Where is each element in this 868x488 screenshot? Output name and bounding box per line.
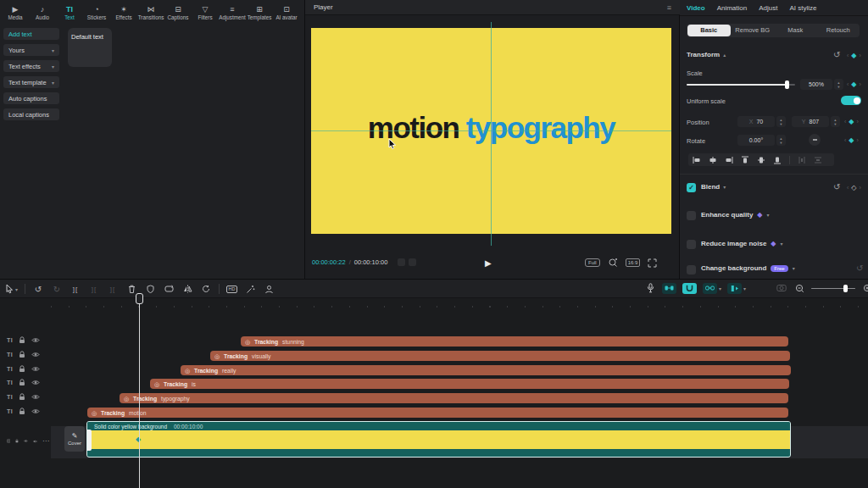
position-x-field[interactable]: X70 [737,116,775,127]
text-clip-motion[interactable]: ◎Trackingmotion [87,408,788,418]
enhance-quality-row[interactable]: Enhance quality◆▾ [701,211,770,219]
nav-transitions[interactable]: ⋈Transitions [137,5,164,20]
align-center-horizontal-icon[interactable] [709,156,717,164]
distribute-horizontal-icon[interactable] [798,156,806,164]
background-clip-selected[interactable]: Solid color yellow background 00:00:10:0… [86,421,791,458]
text-clip-visually[interactable]: ◎Trackingvisually [210,351,790,361]
nav-text[interactable]: TIText [56,5,83,20]
track-display-mode-button[interactable]: ▾ [727,283,746,294]
mute-clip-button[interactable] [144,283,156,295]
snap-toggle-button[interactable] [662,283,676,294]
screen-record-button[interactable] [776,282,787,294]
scale-value-field[interactable]: 500% [800,79,832,90]
mirror-button[interactable] [181,283,193,295]
reduce-noise-row[interactable]: Reduce image noise◆▾ [701,240,783,247]
linkage-toggle-button[interactable]: ▾ [703,283,721,294]
eye-icon[interactable] [31,394,40,400]
play-button[interactable]: ▶ [485,258,492,268]
tab-ai-stylize[interactable]: AI stylize [789,4,816,12]
enhance-quality-checkbox[interactable] [687,211,696,220]
uniform-scale-toggle[interactable] [841,96,861,105]
reduce-noise-checkbox[interactable] [687,240,696,249]
sidebar-item-add-text[interactable]: Add text [3,28,59,40]
mute-speaker-icon[interactable] [33,438,37,445]
record-voiceover-button[interactable] [644,282,656,294]
select-tool-button[interactable]: ▾ [5,284,18,294]
lock-icon[interactable] [19,379,25,386]
tab-video[interactable]: Video [687,4,705,12]
mode-remove-bg[interactable]: Remove BG [732,25,775,36]
scale-stepper[interactable]: ▴▾ [834,79,843,90]
mode-basic[interactable]: Basic [687,25,731,36]
position-y-field[interactable]: Y807 [792,116,829,127]
sidebar-item-auto-captions[interactable]: Auto captions [3,92,59,104]
lock-icon[interactable] [19,351,25,358]
nav-effects[interactable]: ✶Effects [110,5,137,20]
lock-icon[interactable] [19,365,25,373]
text-clip-really[interactable]: ◎Trackingreally [181,365,791,375]
magnet-toggle-button[interactable] [682,283,697,294]
position-keyframe-control[interactable]: ‹◆› [844,118,859,125]
change-background-row[interactable]: Change backgroundFree▾ [701,264,795,272]
playhead-marker[interactable] [136,293,143,304]
default-text-card[interactable]: Default text [68,28,112,67]
position-x-stepper[interactable]: ▴▾ [776,116,786,127]
nav-templates[interactable]: ⊞Templates [246,5,273,20]
rotate-dial[interactable] [809,134,821,146]
hd-quality-button[interactable]: HD [226,286,237,293]
eye-icon[interactable] [31,337,40,343]
full-screen-quality-button[interactable]: Full [585,258,600,267]
nav-ai-avatar[interactable]: ⊡AI avatar [273,5,300,20]
aspect-ratio-button[interactable]: 16:9 [626,258,641,267]
eye-icon[interactable] [24,438,28,444]
clip-trim-handle-left[interactable] [87,430,92,451]
align-left-icon[interactable] [693,156,701,164]
timeline-zoom-in-button[interactable] [861,282,868,294]
nav-audio[interactable]: ♪Audio [29,5,56,20]
tab-adjust[interactable]: Adjust [759,4,777,12]
distribute-vertical-icon[interactable] [814,156,822,164]
align-right-icon[interactable] [725,156,733,164]
align-bottom-icon[interactable] [773,156,782,164]
change-background-checkbox[interactable] [687,265,696,274]
mode-retouch[interactable]: Retouch [817,25,860,36]
eye-icon[interactable] [31,352,40,358]
eye-icon[interactable] [31,380,40,385]
transform-keyframe-control[interactable]: ‹◆› [847,52,861,59]
nav-stickers[interactable]: ◔Stickers [83,5,110,20]
eye-icon[interactable] [31,408,40,414]
ai-actor-button[interactable] [263,283,275,295]
scale-keyframe-control[interactable]: ‹◆› [847,80,861,88]
lock-icon[interactable] [19,408,25,415]
edit-cover-button[interactable]: ✎ Cover [64,426,85,452]
timeline-zoom-out-button[interactable] [793,282,805,294]
rotate-clip-button[interactable] [200,283,212,295]
split-button[interactable]: ][ [70,283,81,295]
transform-section-header[interactable]: Transform▴ [687,51,726,58]
lock-icon[interactable] [15,437,19,445]
blend-keyframe-control[interactable]: ‹◇› [847,184,861,191]
blend-reset-icon[interactable]: ↺ [833,183,840,191]
frame-forward-button[interactable] [409,258,416,266]
sidebar-item-text-template[interactable]: Text template▾ [3,76,59,88]
rotate-keyframe-control[interactable]: ‹◆› [844,136,859,144]
zoom-focus-icon[interactable] [608,258,618,268]
nav-filters[interactable]: ▽Filters [192,5,219,20]
text-clip-is[interactable]: ◎Trackingis [150,379,789,389]
lock-icon[interactable] [19,393,25,401]
scale-slider[interactable] [687,84,795,86]
undo-button[interactable]: ↺ [32,283,44,295]
eye-icon[interactable] [31,366,40,372]
sidebar-item-local-captions[interactable]: Local captions [3,108,59,120]
blend-section-header[interactable]: Blend▾ [701,183,726,191]
zoom-slider-handle[interactable] [843,285,848,292]
frame-back-button[interactable] [398,258,405,266]
transform-reset-icon[interactable]: ↺ [833,51,840,59]
sidebar-item-text-effects[interactable]: Text effects▾ [3,60,59,72]
scale-slider-handle[interactable] [785,80,789,89]
replace-clip-button[interactable] [163,283,175,295]
change-background-reset-icon[interactable]: ↺ [856,264,863,273]
align-top-icon[interactable] [741,156,749,164]
more-options-icon[interactable]: ⋯ [42,439,49,444]
playhead-line[interactable] [139,299,140,488]
